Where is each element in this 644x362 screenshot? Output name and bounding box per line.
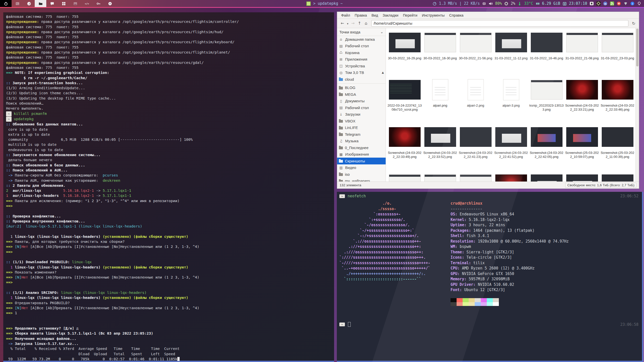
back-button[interactable]: ← [339,20,346,26]
refresh-button[interactable]: ↻ [630,20,637,27]
terminal-line: ==> [6,280,331,285]
palette-swatch [493,302,499,306]
sidebar-item-Рабочий стол[interactable]: ▤Рабочий стол [337,43,386,50]
file-item[interactable]: Screenshot-(24-03-2022_22:33:21).png [564,77,600,124]
palette-swatch [457,298,463,302]
sidebar-item-my_wallpapers[interactable]: my_wallpapers [337,178,386,182]
file-item[interactable]: Screenshot-(24-03-2022_22:41:52).png [493,124,529,171]
file-item[interactable] [529,171,564,182]
file-item[interactable] [564,171,600,182]
sidebar-mode-select[interactable]: Точки входа ⌄ [337,28,386,36]
sidebar-items: ⌂Домашняя папка▤Рабочий стол♺Корзина⊞При… [337,36,386,182]
sidebar-item-LinLIFE[interactable]: LinLIFE [337,124,386,131]
file-item[interactable]: 31-03-2022_21-08.png [564,30,600,77]
workspace-disc-icon[interactable] [104,0,116,7]
status-text: 6.29 GiB [542,1,560,6]
sidebar-item-MEGA[interactable]: MEGA [337,91,386,98]
workspace-code-icon[interactable]: </> [81,0,93,7]
forward-button[interactable]: → [350,20,356,26]
workspace-windows-icon[interactable] [58,0,69,7]
menu-item[interactable]: Файл [339,13,352,17]
thumbnail-wrap [493,124,529,150]
file-item[interactable]: 2022-03-24-223742_1308x710_scrot.png [387,77,422,124]
file-item[interactable]: alpari-3.png [493,77,529,124]
sidebar-item-Рабочий стол[interactable]: ▤Рабочий стол [337,104,386,111]
scrollbar[interactable] [635,28,639,182]
thumbnail-image [495,174,527,182]
file-item[interactable] [422,171,458,182]
window-state-icon [306,2,311,6]
scrollbar-thumb[interactable] [636,29,638,66]
file-item[interactable] [493,171,529,182]
sidebar-item-Telegram[interactable]: Telegram [337,131,386,138]
sidebar-item-BLOG[interactable]: BLOG [337,84,386,91]
menu-item[interactable]: Правка [353,13,369,17]
cursor [177,357,180,361]
file-item[interactable]: Screenshot-(24-03-2022_22:33:52).png [422,124,458,171]
status-text: 2% [511,1,515,6]
file-manager-window: ФайлПравкаВидЗакладкиПерейтиИнструментыС… [337,12,639,189]
sidebar-item-Изображения[interactable]: ▦Изображения [337,151,386,158]
path-input[interactable] [371,20,628,27]
file-item[interactable] [387,171,422,182]
up-button[interactable]: ↑ [356,20,363,26]
file-item[interactable]: alpari.png [422,77,458,124]
sidebar-item-Устройства[interactable]: ◫Устройства [337,63,386,69]
workspace-firefox-icon[interactable] [23,0,35,7]
file-item[interactable]: Screenshot-(24-03-2022_22:33:49).png [387,124,422,171]
file-item[interactable] [600,171,635,182]
ascii-art-line: ./++++++++++++++++++++++++++++++/:. [339,271,430,277]
sidebar-item-Скриншоты[interactable]: Скриншоты [337,158,386,164]
file-item[interactable]: 30-03-2022_21-56.png [458,30,493,77]
menu-item[interactable]: Перейти [401,13,419,17]
palette-swatch [469,302,475,306]
sidebar-item-Приложения[interactable]: ⊞Приложения [337,56,386,63]
sidebar-item-Том 3,0 ТВ[interactable]: ◎Том 3,0 ТВ▲ [337,69,386,76]
file-item[interactable]: Screenshot-(24-03-2022_22:41:23).png [458,124,493,171]
menu-item[interactable]: Вид [370,13,380,17]
sidebar-item-Документы[interactable]: ▯Документы [337,98,386,105]
workspace-power-icon[interactable] [0,0,12,7]
workspace-files-icon[interactable] [35,0,46,7]
menu-item[interactable]: Справка [447,13,466,17]
file-item[interactable]: Screenshot-(24-03-2022_22:42:05).png [529,124,564,171]
file-item[interactable] [458,171,493,182]
info-label: WM: [451,244,460,249]
terminal-line: ==> Получение исходных файлов... [6,336,331,341]
sidebar-item-label: Рабочий стол [345,44,369,48]
home-button[interactable]: ⌂ [363,20,369,26]
thumbnail-image [566,127,598,147]
sidebar-item-Корзина[interactable]: ♺Корзина [337,49,386,56]
sidebar-item-iso[interactable]: iso [337,171,386,178]
sidebar-item-Музыка[interactable]: ♫Музыка [337,138,386,145]
terminal-line: 59 122M 59 73.2M 0 0 705k 0 0:02:57 0:01… [6,356,331,361]
file-item[interactable]: 30-03-2022_16-29.png [387,30,422,77]
menu-item[interactable]: Закладки [381,13,400,17]
file-item[interactable]: ksnip_20220323-130133.png [529,77,564,124]
menu-item[interactable]: Инструменты [420,13,447,17]
neofetch-underline: -------------- [451,206,569,212]
sidebar-item-Видео[interactable]: ▥Видео [337,164,386,171]
sidebar-item-cloud[interactable]: cloud [337,76,386,83]
eject-icon[interactable]: ▲ [382,71,384,74]
workspace-chat-icon[interactable] [46,0,58,7]
file-item[interactable]: Screenshot-(24-03-2022_22:33:46).png [600,77,635,124]
workspace-key-icon[interactable] [93,0,104,7]
file-item[interactable]: alpari-2.png [458,77,493,124]
file-item[interactable]: 31-03-2022_23-03.png [600,30,635,77]
file-item[interactable]: Screenshot-(25-03-2022_11:00:39).png [600,124,635,171]
sidebar-item-0_Последнее[interactable]: 0_Последнее [337,144,386,151]
palette-swatch [493,298,499,302]
file-item[interactable]: 31-03-2022_11-12.png [493,30,529,77]
sidebar-item-Домашняя папка[interactable]: ⌂Домашняя папка [337,36,386,43]
workspace-image-icon[interactable] [69,0,81,7]
terminal-line: Поиск обновлений… [6,101,331,106]
file-item[interactable]: 30-03-2022_16-30.png [422,30,458,77]
workspace-terminal-icon[interactable]: >_ [12,0,23,7]
sidebar-item-VBOX[interactable]: VBOX [337,118,386,124]
sidebar-item-Загрузки[interactable]: ↓Загрузки [337,111,386,118]
file-item[interactable]: Screenshot-(25-03-2022_10:59:07).png [564,124,600,171]
thermo-icon [517,2,522,6]
history-dropdown[interactable]: ▾ [346,20,350,27]
file-item[interactable]: 31-03-2022_16-46.png [529,30,564,77]
